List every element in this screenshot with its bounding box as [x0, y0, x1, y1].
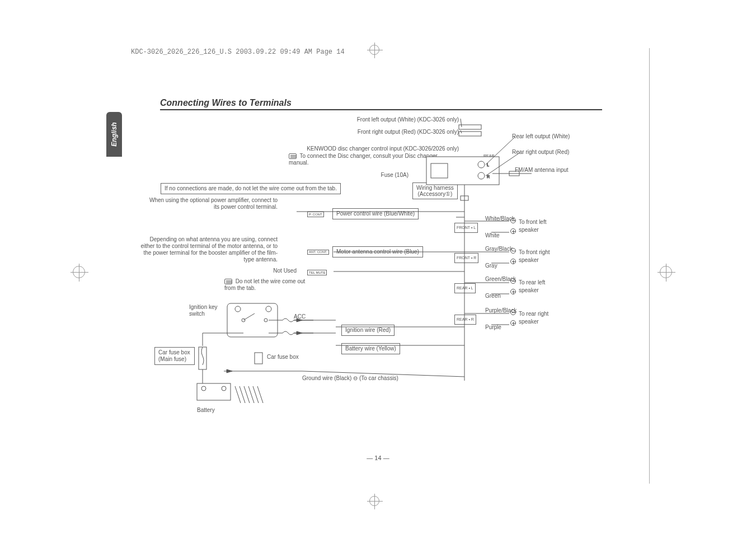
svg-point-23: [264, 318, 267, 322]
svg-line-24: [243, 313, 255, 320]
crop-mark-bottom: [369, 496, 379, 506]
svg-marker-26: [297, 318, 302, 322]
svg-line-42: [235, 386, 241, 403]
svg-line-43: [240, 386, 245, 403]
crop-mark-top: [369, 45, 379, 55]
svg-rect-9: [459, 132, 481, 136]
wiring-diagram: L R: [157, 112, 560, 414]
svg-line-6: [461, 119, 462, 127]
crop-mark-left: [73, 266, 85, 278]
svg-rect-7: [459, 125, 481, 129]
svg-rect-39: [197, 383, 231, 400]
svg-line-38: [302, 371, 464, 377]
svg-rect-35: [255, 353, 262, 364]
svg-point-21: [266, 306, 271, 312]
section-title: Connecting Wires to Terminals: [160, 98, 292, 108]
svg-line-10: [486, 137, 515, 165]
svg-point-41: [222, 386, 226, 391]
page-number: — 14 —: [0, 455, 756, 461]
svg-line-47: [257, 386, 263, 403]
svg-line-46: [253, 386, 259, 403]
svg-text:R: R: [487, 175, 490, 179]
svg-line-45: [248, 386, 254, 403]
language-tab-label: English: [110, 122, 118, 146]
svg-point-20: [235, 306, 241, 312]
svg-rect-31: [199, 347, 206, 369]
page-header-fileinfo: KDC-3026_2026_226_126_U.S 2003.09.22 09:…: [131, 48, 345, 56]
crop-mark-right: [660, 266, 672, 278]
title-underline: [160, 109, 602, 110]
svg-line-44: [244, 386, 250, 403]
language-tab: English: [106, 112, 122, 157]
svg-rect-0: [426, 157, 499, 185]
svg-marker-28: [297, 331, 302, 335]
page-edge-line: [649, 48, 650, 484]
svg-point-40: [201, 386, 206, 391]
svg-marker-37: [227, 369, 232, 373]
